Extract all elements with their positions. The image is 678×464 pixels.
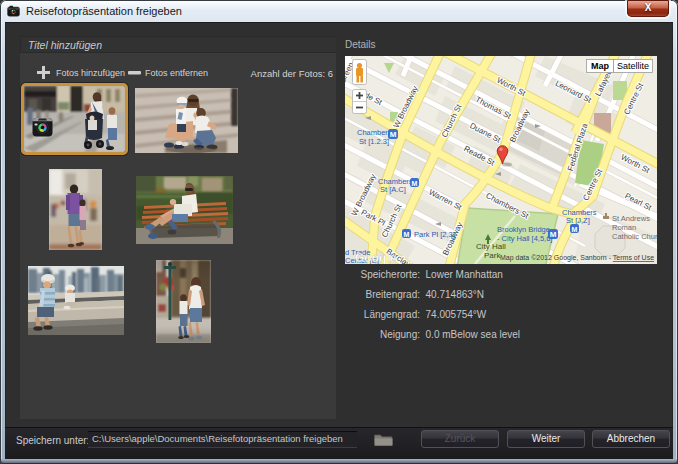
svg-text:M: M xyxy=(390,130,397,139)
svg-text:St [J,Z]: St [J,Z] xyxy=(566,216,590,225)
svg-text:St Andrews: St Andrews xyxy=(612,214,650,223)
svg-text:Roman: Roman xyxy=(612,223,636,232)
svg-text:City Hall: City Hall xyxy=(476,242,506,251)
svg-text:Map data ©2012 Google, Sanborn: Map data ©2012 Google, Sanborn - Terms o… xyxy=(500,254,654,262)
svg-text:Map: Map xyxy=(591,61,610,71)
svg-text:- City Hall [4,5,6]: - City Hall [4,5,6] xyxy=(497,234,552,243)
svg-text:Park: Park xyxy=(484,251,501,260)
svg-text:M: M xyxy=(412,180,418,187)
svg-text:M: M xyxy=(550,230,557,239)
svg-text:Park Pl [2,3]: Park Pl [2,3] xyxy=(414,230,455,239)
svg-text:Brooklyn Bridge: Brooklyn Bridge xyxy=(497,225,550,234)
svg-text:M: M xyxy=(572,226,578,233)
svg-text:Satellite: Satellite xyxy=(617,61,649,71)
svg-text:M: M xyxy=(404,231,410,238)
svg-text:Google: Google xyxy=(355,251,397,264)
svg-text:Catholic Churc: Catholic Churc xyxy=(612,232,657,241)
svg-text:Chambers: Chambers xyxy=(357,128,392,137)
svg-text:St [A.C]: St [A.C] xyxy=(380,185,406,194)
svg-text:St [1.2.3]: St [1.2.3] xyxy=(359,137,389,146)
